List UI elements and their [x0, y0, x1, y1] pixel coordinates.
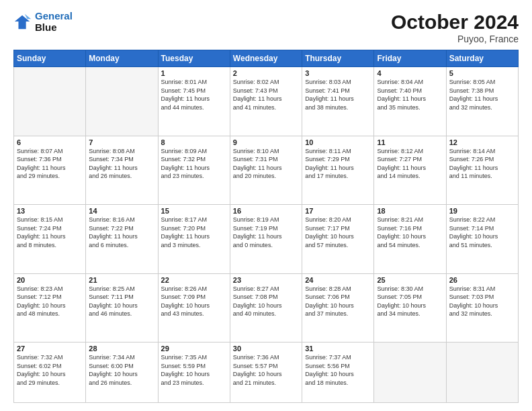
day-info: Sunrise: 8:27 AM Sunset: 7:08 PM Dayligh…	[233, 285, 299, 318]
calendar-day-cell	[14, 67, 86, 136]
weekday-header-cell: Sunday	[14, 50, 86, 67]
day-info: Sunrise: 7:34 AM Sunset: 6:00 PM Dayligh…	[89, 353, 154, 387]
day-info: Sunrise: 8:09 AM Sunset: 7:32 PM Dayligh…	[161, 147, 227, 181]
day-number: 30	[233, 345, 299, 353]
day-number: 13	[17, 207, 83, 215]
calendar-day-cell: 18Sunrise: 8:21 AM Sunset: 7:16 PM Dayli…	[374, 205, 446, 274]
calendar-day-cell: 19Sunrise: 8:22 AM Sunset: 7:14 PM Dayli…	[446, 205, 518, 274]
calendar-day-cell: 27Sunrise: 7:32 AM Sunset: 6:02 PM Dayli…	[14, 342, 86, 403]
day-number: 9	[233, 138, 299, 146]
location: Puyoo, France	[391, 34, 519, 44]
weekday-header-cell: Monday	[86, 50, 158, 67]
day-number: 14	[89, 207, 154, 215]
calendar-day-cell: 17Sunrise: 8:20 AM Sunset: 7:17 PM Dayli…	[302, 205, 374, 274]
day-number: 8	[161, 138, 227, 146]
day-info: Sunrise: 7:35 AM Sunset: 5:59 PM Dayligh…	[161, 353, 227, 387]
logo-text: General Blue	[35, 11, 73, 33]
day-info: Sunrise: 8:28 AM Sunset: 7:06 PM Dayligh…	[305, 285, 371, 318]
day-number: 15	[161, 207, 227, 215]
day-info: Sunrise: 8:30 AM Sunset: 7:05 PM Dayligh…	[377, 285, 443, 318]
calendar-day-cell: 8Sunrise: 8:09 AM Sunset: 7:32 PM Daylig…	[158, 136, 230, 205]
day-number: 7	[89, 138, 154, 146]
day-info: Sunrise: 8:19 AM Sunset: 7:19 PM Dayligh…	[233, 216, 299, 249]
calendar-day-cell: 30Sunrise: 7:36 AM Sunset: 5:57 PM Dayli…	[230, 342, 302, 403]
day-number: 18	[377, 207, 443, 215]
day-info: Sunrise: 8:08 AM Sunset: 7:34 PM Dayligh…	[89, 147, 154, 181]
calendar-day-cell: 21Sunrise: 8:25 AM Sunset: 7:11 PM Dayli…	[86, 273, 158, 342]
day-info: Sunrise: 8:01 AM Sunset: 7:45 PM Dayligh…	[161, 78, 227, 111]
calendar-week-row: 27Sunrise: 7:32 AM Sunset: 6:02 PM Dayli…	[14, 342, 519, 403]
calendar-week-row: 1Sunrise: 8:01 AM Sunset: 7:45 PM Daylig…	[14, 67, 519, 136]
title-block: October 2024 Puyoo, France	[391, 11, 519, 44]
day-number: 26	[449, 276, 515, 284]
calendar-day-cell: 6Sunrise: 8:07 AM Sunset: 7:36 PM Daylig…	[14, 136, 86, 205]
day-number: 16	[233, 207, 299, 215]
day-number: 11	[377, 138, 443, 146]
month-title: October 2024	[391, 11, 519, 34]
day-info: Sunrise: 8:11 AM Sunset: 7:29 PM Dayligh…	[305, 147, 371, 181]
weekday-header-cell: Saturday	[446, 50, 518, 67]
day-info: Sunrise: 7:37 AM Sunset: 5:56 PM Dayligh…	[305, 353, 371, 387]
calendar-day-cell: 5Sunrise: 8:05 AM Sunset: 7:38 PM Daylig…	[446, 67, 518, 136]
day-info: Sunrise: 8:03 AM Sunset: 7:41 PM Dayligh…	[305, 78, 371, 111]
weekday-header-cell: Tuesday	[158, 50, 230, 67]
day-number: 4	[377, 69, 443, 77]
calendar-day-cell: 15Sunrise: 8:17 AM Sunset: 7:20 PM Dayli…	[158, 205, 230, 274]
calendar-day-cell: 14Sunrise: 8:16 AM Sunset: 7:22 PM Dayli…	[86, 205, 158, 274]
calendar-day-cell: 13Sunrise: 8:15 AM Sunset: 7:24 PM Dayli…	[14, 205, 86, 274]
calendar-day-cell: 29Sunrise: 7:35 AM Sunset: 5:59 PM Dayli…	[158, 342, 230, 403]
calendar-day-cell: 26Sunrise: 8:31 AM Sunset: 7:03 PM Dayli…	[446, 273, 518, 342]
calendar-day-cell: 22Sunrise: 8:26 AM Sunset: 7:09 PM Dayli…	[158, 273, 230, 342]
day-number: 31	[305, 345, 371, 353]
day-number: 25	[377, 276, 443, 284]
calendar-day-cell: 11Sunrise: 8:12 AM Sunset: 7:27 PM Dayli…	[374, 136, 446, 205]
day-info: Sunrise: 8:12 AM Sunset: 7:27 PM Dayligh…	[377, 147, 443, 181]
day-number: 21	[89, 276, 154, 284]
day-number: 27	[17, 345, 83, 353]
day-number: 29	[161, 345, 227, 353]
calendar-day-cell: 16Sunrise: 8:19 AM Sunset: 7:19 PM Dayli…	[230, 205, 302, 274]
weekday-header-row: SundayMondayTuesdayWednesdayThursdayFrid…	[14, 50, 519, 67]
day-number: 12	[449, 138, 515, 146]
calendar-day-cell: 1Sunrise: 8:01 AM Sunset: 7:45 PM Daylig…	[158, 67, 230, 136]
day-info: Sunrise: 8:22 AM Sunset: 7:14 PM Dayligh…	[449, 216, 515, 249]
calendar-day-cell: 28Sunrise: 7:34 AM Sunset: 6:00 PM Dayli…	[86, 342, 158, 403]
day-info: Sunrise: 8:02 AM Sunset: 7:43 PM Dayligh…	[233, 78, 299, 111]
calendar-day-cell: 2Sunrise: 8:02 AM Sunset: 7:43 PM Daylig…	[230, 67, 302, 136]
day-info: Sunrise: 7:36 AM Sunset: 5:57 PM Dayligh…	[233, 353, 299, 387]
day-number: 5	[449, 69, 515, 77]
day-number: 24	[305, 276, 371, 284]
header: General Blue October 2024 Puyoo, France	[13, 11, 519, 44]
day-number: 3	[305, 69, 371, 77]
page: General Blue October 2024 Puyoo, France …	[0, 0, 532, 411]
day-info: Sunrise: 8:05 AM Sunset: 7:38 PM Dayligh…	[449, 78, 515, 111]
calendar-day-cell: 7Sunrise: 8:08 AM Sunset: 7:34 PM Daylig…	[86, 136, 158, 205]
calendar-table: SundayMondayTuesdayWednesdayThursdayFrid…	[13, 50, 519, 403]
day-info: Sunrise: 8:14 AM Sunset: 7:26 PM Dayligh…	[449, 147, 515, 181]
calendar-day-cell	[446, 342, 518, 403]
day-info: Sunrise: 8:10 AM Sunset: 7:31 PM Dayligh…	[233, 147, 299, 181]
calendar-day-cell: 31Sunrise: 7:37 AM Sunset: 5:56 PM Dayli…	[302, 342, 374, 403]
day-number: 23	[233, 276, 299, 284]
weekday-header-cell: Thursday	[302, 50, 374, 67]
day-info: Sunrise: 8:21 AM Sunset: 7:16 PM Dayligh…	[377, 216, 443, 249]
day-number: 28	[89, 345, 154, 353]
calendar-week-row: 6Sunrise: 8:07 AM Sunset: 7:36 PM Daylig…	[14, 136, 519, 205]
calendar-day-cell: 24Sunrise: 8:28 AM Sunset: 7:06 PM Dayli…	[302, 273, 374, 342]
logo: General Blue	[13, 11, 73, 33]
day-number: 19	[449, 207, 515, 215]
day-number: 2	[233, 69, 299, 77]
calendar-day-cell: 12Sunrise: 8:14 AM Sunset: 7:26 PM Dayli…	[446, 136, 518, 205]
calendar-day-cell: 3Sunrise: 8:03 AM Sunset: 7:41 PM Daylig…	[302, 67, 374, 136]
day-info: Sunrise: 8:04 AM Sunset: 7:40 PM Dayligh…	[377, 78, 443, 111]
weekday-header-cell: Friday	[374, 50, 446, 67]
day-number: 17	[305, 207, 371, 215]
day-info: Sunrise: 8:16 AM Sunset: 7:22 PM Dayligh…	[89, 216, 154, 249]
day-info: Sunrise: 8:17 AM Sunset: 7:20 PM Dayligh…	[161, 216, 227, 249]
day-number: 1	[161, 69, 227, 77]
calendar-day-cell: 23Sunrise: 8:27 AM Sunset: 7:08 PM Dayli…	[230, 273, 302, 342]
logo-icon	[13, 13, 32, 32]
calendar-week-row: 13Sunrise: 8:15 AM Sunset: 7:24 PM Dayli…	[14, 205, 519, 274]
day-number: 10	[305, 138, 371, 146]
day-info: Sunrise: 8:15 AM Sunset: 7:24 PM Dayligh…	[17, 216, 83, 249]
